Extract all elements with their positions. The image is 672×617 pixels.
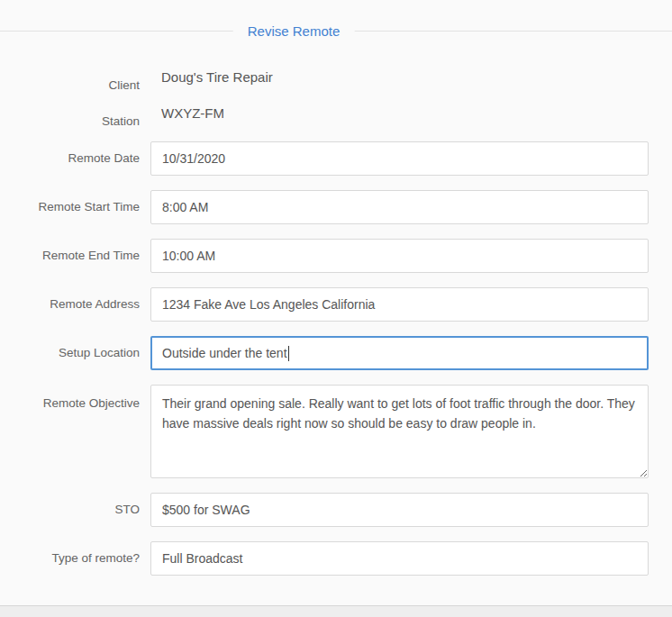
remote-objective-row: Remote Objective Their grand opening sal… [0,385,672,478]
remote-start-time-input[interactable] [150,190,649,224]
setup-location-value: Outside under the tent [162,346,287,360]
station-value: WXYZ-FM [150,105,649,122]
client-value: Doug's Tire Repair [150,69,649,86]
type-of-remote-row: Type of remote? [0,541,672,576]
sto-label: STO [0,502,140,518]
remote-date-input[interactable] [150,141,649,176]
remote-start-time-row: Remote Start Time [0,190,672,224]
client-row: Client Doug's Tire Repair [0,69,672,105]
setup-location-row: Setup Location Outside under the tent [0,336,672,370]
text-caret [288,346,289,361]
setup-location-input[interactable]: Outside under the tent [150,336,649,370]
setup-location-label: Setup Location [0,345,140,361]
revise-remote-form: Revise Remote Client Doug's Tire Repair … [0,0,672,617]
remote-address-row: Remote Address [0,287,672,322]
sto-row: STO [0,493,672,527]
station-label: Station [0,105,140,130]
type-of-remote-label: Type of remote? [0,550,140,567]
remote-objective-label: Remote Objective [0,385,140,412]
form-title: Revise Remote [233,23,355,39]
remote-date-row: Remote Date [0,141,672,176]
form-header: Revise Remote [0,0,672,31]
footer-bar [0,605,672,617]
remote-start-time-label: Remote Start Time [0,199,140,215]
remote-end-time-row: Remote End Time [0,239,672,273]
remote-date-label: Remote Date [0,150,140,167]
remote-objective-textarea[interactable]: Their grand opening sale. Really want to… [150,385,649,478]
remote-address-input[interactable] [150,287,649,322]
station-row: Station WXYZ-FM [0,105,672,141]
sto-input[interactable] [150,493,649,527]
client-label: Client [0,69,140,94]
type-of-remote-input[interactable] [150,541,649,576]
remote-end-time-input[interactable] [150,239,649,273]
remote-address-label: Remote Address [0,296,140,313]
remote-end-time-label: Remote End Time [0,248,140,264]
